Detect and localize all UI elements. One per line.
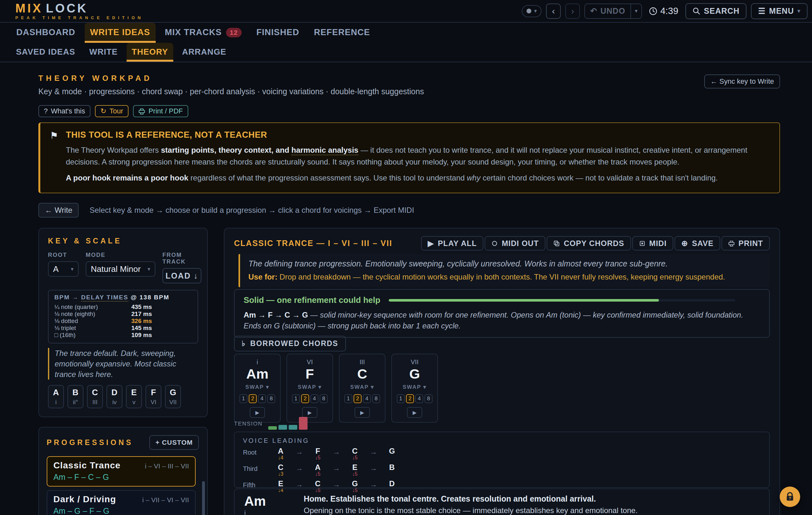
tour-button[interactable]: ↻ Tour bbox=[95, 105, 128, 117]
play-chord-button[interactable]: ▶ bbox=[407, 407, 422, 418]
duration-selector: 1 2 4 8 bbox=[344, 394, 380, 403]
print-pdf-button[interactable]: Print / PDF bbox=[133, 105, 188, 117]
count-badge: 12 bbox=[226, 28, 242, 37]
swap-dropdown[interactable]: SWAP ▾ bbox=[245, 384, 269, 390]
duration-option-selected[interactable]: 2 bbox=[406, 394, 414, 403]
duration-option[interactable]: 1 bbox=[292, 394, 300, 403]
arrow-icon: → bbox=[288, 447, 311, 456]
tension-meter: TENSION bbox=[234, 416, 308, 430]
session-clock: 4:39 bbox=[649, 6, 678, 16]
undo-button[interactable]: ↶ UNDO bbox=[585, 4, 631, 18]
flat-icon: ♭ bbox=[242, 339, 246, 348]
duration-option[interactable]: 1 bbox=[344, 394, 352, 403]
add-custom-progression-button[interactable]: + CUSTOM bbox=[149, 435, 199, 450]
duration-option[interactable]: 4 bbox=[363, 394, 371, 403]
back-button[interactable]: ‹ bbox=[546, 3, 561, 19]
delay-times-link[interactable]: DELAY TIMES bbox=[81, 294, 128, 302]
duration-option[interactable]: 1 bbox=[397, 394, 405, 403]
menu-button[interactable]: ☰ MENU ▾ bbox=[751, 3, 808, 19]
swap-dropdown[interactable]: SWAP ▾ bbox=[298, 384, 322, 390]
play-all-button[interactable]: ▶ PLAY ALL bbox=[421, 236, 483, 250]
swap-dropdown[interactable]: SWAP ▾ bbox=[403, 384, 427, 390]
search-button[interactable]: SEARCH bbox=[686, 3, 747, 19]
scale-chord-button[interactable]: Ai bbox=[48, 385, 64, 408]
sync-key-button[interactable]: ← Sync key to Write bbox=[704, 74, 780, 89]
tab-arrange[interactable]: ARRANGE bbox=[177, 43, 231, 62]
tab-mix-tracks[interactable]: MIX TRACKS 12 bbox=[160, 23, 247, 43]
duration-option[interactable]: 4 bbox=[415, 394, 423, 403]
forward-button[interactable]: › bbox=[565, 3, 580, 19]
chord-card-g[interactable]: VII G SWAP ▾ 1 2 4 8 ▶ bbox=[391, 354, 438, 423]
progressions-title: PROGRESSIONS bbox=[47, 438, 133, 447]
duration-option-selected[interactable]: 2 bbox=[301, 394, 309, 403]
question-icon: ? bbox=[44, 107, 48, 115]
duration-option[interactable]: 4 bbox=[258, 394, 266, 403]
progression-item-classic-trance[interactable]: Classic Trancei – VI – III – VII Am – F … bbox=[47, 456, 196, 487]
tab-label: ARRANGE bbox=[182, 47, 226, 57]
printer-icon bbox=[138, 108, 145, 115]
swap-dropdown[interactable]: SWAP ▾ bbox=[350, 384, 374, 390]
midi-button[interactable]: MIDI bbox=[632, 236, 674, 250]
scale-chord-button[interactable]: FVI bbox=[145, 385, 162, 408]
midi-out-button[interactable]: MIDI OUT bbox=[485, 236, 545, 250]
help-lock-fab[interactable]: ? bbox=[780, 487, 800, 507]
chord-numeral: VI bbox=[307, 359, 313, 366]
workflow-hint: Select key & mode → choose or build a pr… bbox=[89, 206, 414, 215]
scale-chord-button[interactable]: CIII bbox=[87, 385, 103, 408]
scale-chord-button[interactable]: GVII bbox=[165, 385, 181, 408]
duration-option[interactable]: 4 bbox=[311, 394, 318, 403]
duration-option[interactable]: 1 bbox=[239, 394, 248, 403]
back-to-write-button[interactable]: ← Write bbox=[38, 203, 79, 218]
duration-option[interactable]: 8 bbox=[267, 394, 275, 403]
duration-option[interactable]: 8 bbox=[320, 394, 328, 403]
root-select[interactable]: A ▾ bbox=[48, 261, 79, 277]
status-dot-icon bbox=[526, 9, 531, 13]
tab-theory[interactable]: THEORY bbox=[126, 43, 173, 62]
arrow-icon: → bbox=[362, 447, 384, 456]
arrow-icon: → bbox=[325, 463, 348, 473]
logo-lock: LOCK bbox=[46, 2, 88, 15]
scale-chord-button[interactable]: Bii° bbox=[67, 385, 83, 408]
mode-select[interactable]: Natural Minor ▾ bbox=[86, 261, 155, 277]
chord-card-f[interactable]: VI F SWAP ▾ 1 2 4 8 ▶ bbox=[286, 354, 333, 423]
tab-reference[interactable]: REFERENCE bbox=[309, 23, 376, 43]
tab-saved-ideas[interactable]: SAVED IDEAS bbox=[11, 43, 80, 62]
tab-write[interactable]: WRITE bbox=[84, 43, 123, 62]
chord-card-am[interactable]: i Am SWAP ▾ 1 2 4 8 ▶ bbox=[234, 354, 281, 423]
borrowed-chords-label: BORROWED CHORDS bbox=[250, 339, 338, 348]
logo-subtitle: PEAK TIME TRANCE EDITION bbox=[16, 15, 144, 20]
duration-option[interactable]: 8 bbox=[425, 394, 433, 403]
tab-finished[interactable]: FINISHED bbox=[251, 23, 304, 43]
load-from-track-button[interactable]: LOAD ↓ bbox=[163, 268, 201, 283]
status-selector[interactable]: ▾ bbox=[522, 5, 542, 17]
play-icon: ▶ bbox=[428, 239, 434, 248]
play-all-label: PLAY ALL bbox=[438, 239, 477, 248]
flag-icon: ⚑ bbox=[50, 130, 58, 184]
assessment-meter bbox=[389, 299, 735, 302]
tab-write-ideas[interactable]: WRITE IDEAS bbox=[85, 23, 156, 43]
whats-this-button[interactable]: ? What's this bbox=[38, 105, 90, 117]
progression-detail-panel: CLASSIC TRANCE — I – VI – III – VII ▶ PL… bbox=[224, 228, 780, 515]
chord-card-c[interactable]: III C SWAP ▾ 1 2 4 8 ▶ bbox=[339, 354, 385, 423]
arrow-icon: → bbox=[362, 480, 384, 489]
duration-option-selected[interactable]: 2 bbox=[354, 394, 361, 403]
progression-item-dark-driving[interactable]: Dark / Drivingi – VII – VI – VII Am – G … bbox=[47, 490, 196, 515]
copy-chords-button[interactable]: COPY CHORDS bbox=[547, 236, 631, 250]
undo-history-button[interactable]: ▾ bbox=[631, 4, 642, 18]
scale-chord-button[interactable]: Ev bbox=[126, 385, 142, 408]
print-button[interactable]: PRINT bbox=[722, 236, 770, 250]
detail-chord-numeral: i bbox=[244, 509, 289, 515]
duration-option-selected[interactable]: 2 bbox=[249, 394, 257, 403]
chord-name: F bbox=[306, 366, 314, 381]
app-logo: MIXLOCK PEAK TIME TRANCE EDITION bbox=[16, 2, 144, 20]
scrollbar-thumb[interactable] bbox=[202, 481, 205, 515]
scale-chord-button[interactable]: Div bbox=[107, 385, 122, 408]
tab-dashboard[interactable]: DASHBOARD bbox=[11, 23, 81, 43]
assessment-box: Solid — one refinement could help Am → F… bbox=[234, 289, 770, 338]
chord-detail-box: Am i TONIC Chord 1st Home. Establishes t… bbox=[234, 488, 770, 515]
duration-option[interactable]: 8 bbox=[372, 394, 380, 403]
save-button[interactable]: ⊕ SAVE bbox=[674, 236, 720, 250]
play-chord-button[interactable]: ▶ bbox=[354, 407, 370, 418]
chord-name: C bbox=[357, 366, 367, 381]
borrowed-chords-button[interactable]: ♭ BORROWED CHORDS bbox=[234, 336, 346, 352]
